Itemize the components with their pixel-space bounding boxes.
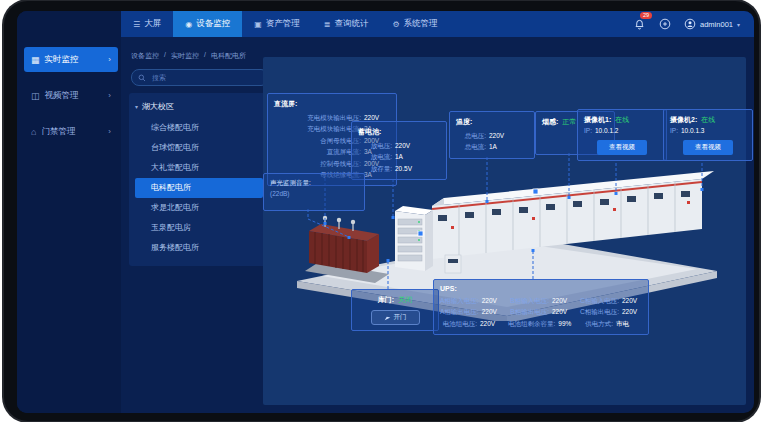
tab-asset-mgmt[interactable]: ▣ 资产管理: [242, 11, 312, 37]
search-input[interactable]: [150, 73, 244, 82]
field-value: 1A: [489, 141, 515, 152]
field-value: 220V: [622, 306, 642, 317]
sidebar: ▦ 实时监控 › ◫ 视频管理 › ⌂ 门禁管理 ›: [24, 47, 118, 155]
username: admin001: [700, 20, 733, 29]
field-label: B相输出电压:: [508, 306, 549, 317]
view-video-button[interactable]: 查看视频: [597, 140, 647, 155]
tab-label: 系统管理: [404, 18, 438, 30]
tree-item[interactable]: 求是北配电所: [135, 198, 263, 218]
panel-title: 库门:: [378, 295, 394, 305]
fullscreen-icon[interactable]: [658, 17, 672, 31]
nav-right-group: 29 admin001 ▾: [632, 11, 754, 37]
hotspot-battery[interactable]: [418, 231, 423, 236]
open-door-button[interactable]: 开门: [371, 310, 420, 325]
view-video-button[interactable]: 查看视频: [683, 140, 733, 155]
field-label: 供电方式:: [580, 318, 613, 329]
ip-label: IP:: [584, 125, 592, 136]
tree-item[interactable]: 服务楼配电所: [135, 238, 263, 258]
tab-device-monitor[interactable]: ◉ 设备监控: [173, 11, 242, 37]
scene-transformer: [305, 216, 389, 283]
tab-system-mgmt[interactable]: ⚙ 系统管理: [380, 11, 449, 37]
tab-query-stats[interactable]: ≣ 查询统计: [312, 11, 381, 37]
device-bezel: ☰ 大屏 ◉ 设备监控 ▣ 资产管理 ≣ 查询统计 ⚙ 系统管理: [0, 0, 763, 422]
grid-icon: ▦: [31, 55, 40, 65]
field-value: 220V: [482, 295, 506, 306]
scene-aux-box: [445, 255, 461, 273]
tab-label: 查询统计: [334, 18, 368, 30]
panel-battery: 蓄电池: 放电压:220V 放电流:1A 放存量:20.5V: [351, 121, 447, 180]
tab-label: 资产管理: [266, 18, 300, 30]
breadcrumb-item: 电科配电所: [211, 51, 246, 61]
sidebar-item-realtime-monitor[interactable]: ▦ 实时监控 ›: [24, 47, 118, 72]
stats-icon: ≣: [324, 20, 331, 29]
field-value: 220V: [482, 306, 506, 317]
tree-item-selected[interactable]: 电科配电所: [135, 178, 263, 198]
breadcrumb-sep: /: [204, 51, 206, 61]
monitor-icon: ◉: [185, 20, 192, 29]
panel-ups: UPS: A相输入电压:220V B相输入电压:220V C相输入电压:220V…: [433, 279, 649, 335]
sound-alarm-value: (22dB): [270, 190, 358, 197]
breadcrumb-sep: /: [164, 51, 166, 61]
field-value: 99%: [558, 318, 578, 329]
smoke-status: 正常: [562, 117, 576, 127]
panel-temperature: 温度: 总电压:220V 总电流:1A: [449, 111, 535, 159]
tree-parent-label: 湖大校区: [142, 101, 174, 112]
panel-sound-alarm: 声光监测音量: (22dB): [263, 173, 365, 211]
field-label: 电池组电压:: [440, 318, 477, 329]
field-label: 放电压:: [358, 140, 392, 151]
app-root: ☰ 大屏 ◉ 设备监控 ▣ 资产管理 ≣ 查询统计 ⚙ 系统管理: [17, 11, 754, 413]
unlock-icon: [384, 314, 391, 321]
field-label: C相输出电压:: [580, 306, 619, 317]
tree-item[interactable]: 玉泉配电房: [135, 218, 263, 238]
video-icon: ◫: [31, 91, 40, 101]
open-door-label: 开门: [394, 313, 407, 322]
user-menu[interactable]: admin001 ▾: [684, 18, 740, 30]
gear-icon: ⚙: [392, 20, 399, 29]
hotspot-cabinet[interactable]: [533, 189, 538, 194]
tree-item[interactable]: 台球馆配电所: [135, 138, 263, 158]
breadcrumb-item[interactable]: 实时监控: [171, 51, 199, 61]
notification-bell-icon[interactable]: 29: [632, 17, 646, 31]
field-label: B相输入电压:: [508, 295, 549, 306]
panel-title: UPS:: [440, 285, 642, 292]
collapse-icon: ▾: [135, 103, 138, 110]
field-label: A相输入电压:: [440, 295, 479, 306]
sound-alarm-label: 声光监测音量:: [270, 179, 358, 188]
window-frame: ☰ 大屏 ◉ 设备监控 ▣ 资产管理 ≣ 查询统计 ⚙ 系统管理: [4, 1, 759, 421]
panel-title: 烟感:: [542, 117, 558, 127]
sidebar-item-access-control[interactable]: ⌂ 门禁管理 ›: [24, 119, 118, 144]
tree-item[interactable]: 综合楼配电所: [135, 118, 263, 138]
tab-dashboard[interactable]: ☰ 大屏: [121, 11, 173, 37]
power-supply-mode: 市电: [616, 318, 642, 329]
sidebar-item-video-mgmt[interactable]: ◫ 视频管理 ›: [24, 83, 118, 108]
panel-title: 蓄电池:: [358, 127, 440, 137]
field-value: 220V: [622, 295, 642, 306]
panel-door: 库门:关闭 开门: [351, 289, 439, 331]
camera-status: 在线: [701, 115, 715, 125]
field-label: 电池组剩余容量:: [508, 318, 555, 329]
field-label: 充电模块输出电压:: [274, 112, 361, 123]
field-value: 1A: [395, 151, 421, 162]
tree-parent-campus[interactable]: ▾ 湖大校区: [135, 101, 263, 112]
door-icon: ⌂: [31, 127, 36, 137]
field-value: 220V: [480, 318, 506, 329]
dashboard-icon: ☰: [133, 20, 140, 29]
field-label: A相输出电压:: [440, 306, 479, 317]
chevron-down-icon: ▾: [737, 21, 740, 28]
sidebar-item-label: 视频管理: [45, 90, 79, 102]
field-label: 直流屏电流:: [274, 146, 361, 157]
door-status: 关闭: [398, 295, 412, 305]
panel-title: 直流屏:: [274, 99, 390, 109]
tree-item[interactable]: 大礼堂配电所: [135, 158, 263, 178]
camera-status: 在线: [615, 115, 629, 125]
panel-title: 摄像机1:: [584, 115, 611, 125]
panel-camera-2: 摄像机2:在线 IP:10.0.1.3 查看视频: [663, 109, 753, 161]
chevron-right-icon: ›: [108, 91, 111, 100]
panel-title: 温度:: [456, 117, 528, 127]
field-label: 总电流:: [456, 141, 486, 152]
scene-battery-cabinet: [395, 206, 433, 271]
field-label: 充电模块输出电流:: [274, 123, 361, 134]
breadcrumb-item[interactable]: 设备监控: [131, 51, 159, 61]
ip-label: IP:: [670, 125, 678, 136]
tab-label: 设备监控: [196, 18, 230, 30]
